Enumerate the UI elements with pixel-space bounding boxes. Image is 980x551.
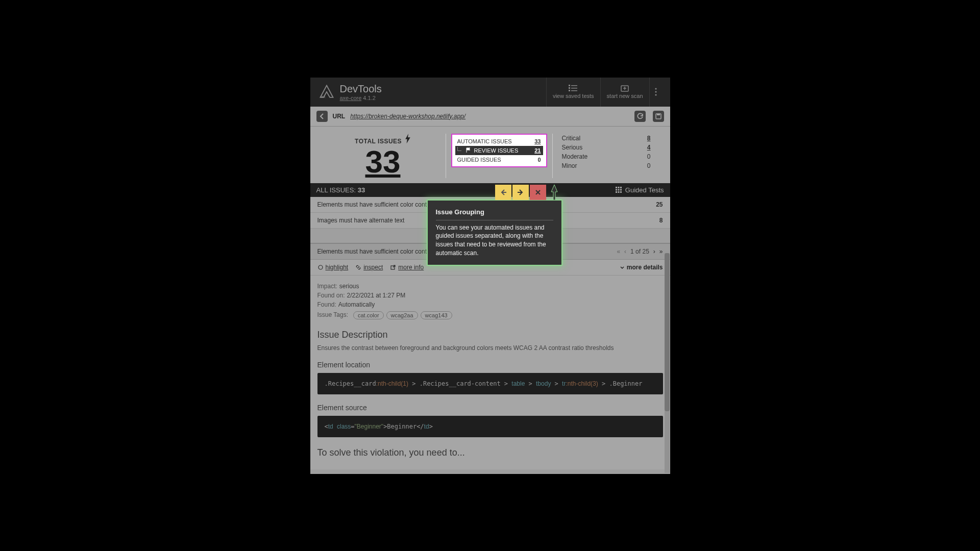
kebab-menu-button[interactable] [649, 78, 662, 107]
tour-prev-button[interactable] [495, 185, 511, 200]
svg-rect-6 [571, 90, 577, 91]
svg-rect-5 [569, 90, 570, 91]
popover-text: You can see your automated issues and gu… [436, 223, 553, 258]
review-issues-row[interactable]: REVIEW ISSUES 21 [455, 146, 543, 155]
issue-grouping-panel: AUTOMATIC ISSUES 33 REVIEW ISSUES 21 GUI… [451, 134, 547, 167]
svg-point-12 [655, 94, 656, 95]
svg-rect-19 [618, 189, 619, 191]
svg-rect-18 [616, 189, 617, 191]
total-issues-label: TOTAL ISSUES [321, 134, 446, 145]
kebab-icon [655, 88, 657, 96]
save-button[interactable] [653, 111, 664, 122]
element-source-heading: Element source [317, 404, 663, 412]
flag-icon [465, 147, 471, 153]
issue-tag[interactable]: cat.color [353, 311, 384, 319]
save-icon [655, 113, 662, 120]
guided-issues-row[interactable]: GUIDED ISSUES 0 [455, 155, 543, 164]
grid-icon [615, 186, 622, 193]
scanned-url[interactable]: https://broken-deque-workshop.netlify.ap… [350, 113, 465, 120]
target-icon [317, 264, 324, 270]
svg-rect-16 [618, 187, 619, 188]
automatic-issues-row[interactable]: AUTOMATIC ISSUES 33 [455, 137, 543, 146]
severity-serious[interactable]: Serious4 [562, 143, 651, 152]
svg-rect-4 [571, 88, 577, 89]
logo-area: ax DevTools axe-core 4.1.2 [318, 83, 541, 101]
svg-rect-22 [618, 191, 619, 193]
list-icon [569, 85, 578, 92]
svg-rect-20 [620, 189, 622, 191]
bolt-icon [405, 134, 411, 143]
app-subtitle: axe-core 4.1.2 [340, 95, 382, 101]
arrow-right-icon [517, 188, 525, 196]
severity-panel: Critical8 Serious4 Moderate0 Minor0 [553, 134, 660, 178]
highlight-button[interactable]: highlight [317, 264, 349, 271]
solution-heading: To solve this violation, you need to... [317, 447, 663, 458]
svg-rect-3 [569, 87, 570, 89]
total-issues-count[interactable]: 33 [321, 145, 446, 178]
description-text: Ensures the contrast between foreground … [317, 344, 663, 352]
issue-tag[interactable]: wcag2aa [386, 311, 418, 319]
first-page-button[interactable]: « [617, 248, 620, 255]
page-indicator: 1 of 25 [630, 248, 649, 255]
more-info-button[interactable]: more info [390, 264, 424, 271]
tour-close-button[interactable] [530, 185, 546, 200]
app-header: ax DevTools axe-core 4.1.2 view saved te… [310, 78, 670, 107]
element-location-heading: Element location [317, 361, 663, 369]
start-new-scan-button[interactable]: start new scan [600, 78, 649, 107]
summary-panel: TOTAL ISSUES 33 AUTOMATIC ISSUES 33 REVI… [310, 127, 670, 183]
back-button[interactable] [316, 111, 328, 122]
tour-next-button[interactable] [512, 185, 529, 200]
popover-pointer-icon [549, 185, 559, 200]
tree-connector [457, 147, 461, 151]
arrow-left-icon [318, 113, 326, 120]
issue-details: Impact:serious Found on:2/22/2021 at 1:2… [310, 276, 670, 469]
prev-page-button[interactable]: ‹ [624, 248, 626, 255]
svg-rect-15 [616, 187, 617, 188]
view-saved-tests-button[interactable]: view saved tests [546, 78, 600, 107]
rerun-button[interactable] [634, 111, 646, 122]
impact-value: serious [339, 283, 359, 290]
svg-rect-14 [657, 114, 660, 115]
arrow-left-icon [499, 188, 507, 196]
popover-title: Issue Grouping [436, 208, 553, 220]
severity-moderate[interactable]: Moderate0 [562, 152, 651, 161]
scroll-thumb[interactable] [665, 253, 670, 411]
svg-text:ax: ax [321, 94, 325, 99]
scrollbar[interactable] [665, 253, 670, 473]
external-link-icon [390, 264, 396, 270]
axe-core-link[interactable]: axe-core [340, 95, 362, 101]
more-details-toggle[interactable]: more details [620, 264, 663, 271]
guided-tests-button[interactable]: Guided Tests [615, 186, 664, 194]
tour-popover: Issue Grouping You can see your automate… [427, 199, 562, 266]
found-value: Automatically [338, 301, 375, 308]
app-title: DevTools [340, 83, 382, 95]
refresh-icon [636, 113, 644, 120]
found-on-value: 2/22/2021 at 1:27 PM [347, 292, 406, 299]
inspect-button[interactable]: inspect [355, 264, 383, 271]
svg-rect-17 [620, 187, 622, 188]
svg-point-10 [655, 88, 656, 89]
svg-rect-2 [571, 85, 577, 86]
last-page-button[interactable]: » [659, 248, 663, 255]
severity-minor[interactable]: Minor0 [562, 161, 651, 170]
new-scan-icon [621, 85, 629, 92]
link-icon [355, 264, 361, 270]
axe-logo-icon: ax [318, 85, 335, 99]
element-location-code[interactable]: .Recipes__card:nth-child(1) > .Recipes__… [317, 373, 663, 394]
chevron-down-icon [620, 265, 625, 270]
next-page-button[interactable]: › [653, 248, 655, 255]
svg-rect-23 [620, 191, 622, 193]
url-bar: URL https://broken-deque-workshop.netlif… [310, 107, 670, 127]
svg-point-24 [318, 265, 323, 269]
severity-critical[interactable]: Critical8 [562, 134, 651, 143]
issue-tag[interactable]: wcag143 [421, 311, 452, 319]
url-label: URL [333, 113, 346, 120]
element-source-code[interactable]: <td class="Beginner">Beginner</td> [317, 416, 663, 437]
description-heading: Issue Description [317, 330, 663, 340]
svg-point-11 [655, 91, 656, 92]
svg-rect-21 [616, 191, 617, 193]
svg-rect-1 [569, 85, 570, 86]
close-icon [534, 189, 542, 196]
